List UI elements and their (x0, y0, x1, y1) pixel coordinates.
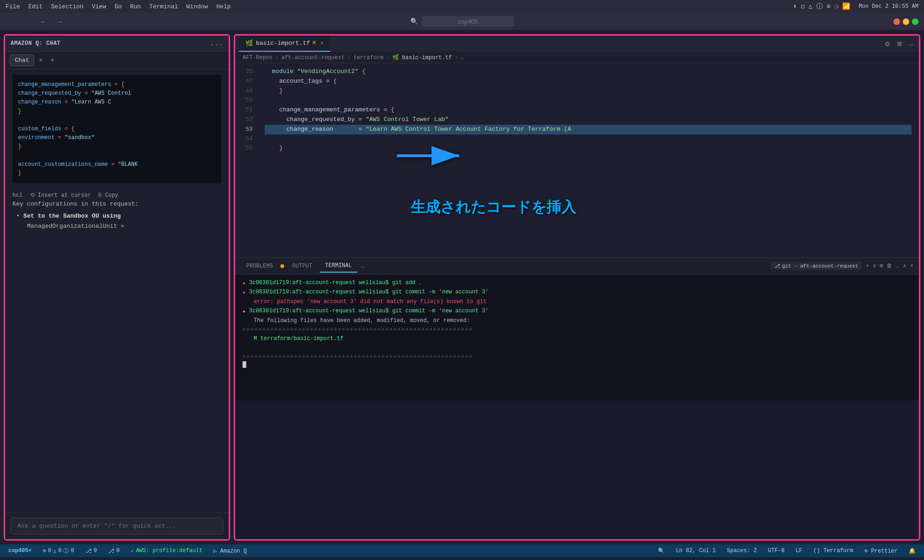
editor-tab-filename: basic-import.tf (256, 40, 310, 47)
close-terminal-icon[interactable]: × (910, 263, 913, 269)
chat-panel-header: AMAZON Q: CHAT ... (5, 36, 229, 52)
warning-count: 0 (58, 548, 61, 554)
menu-window[interactable]: Window (186, 3, 208, 10)
chat-tab[interactable]: Chat (10, 55, 34, 66)
chat-tabs-bar: Chat × + (5, 52, 229, 69)
editor-code-content[interactable]: module "VendingAccount2" { account_tags … (257, 63, 919, 257)
menu-go[interactable]: Go (115, 3, 122, 10)
terraform-icon: 🌿 (245, 39, 253, 47)
window-close-btn[interactable] (894, 18, 900, 25)
status-errors-warnings[interactable]: ⊙ 0 △ 0 ⓘ 0 (40, 546, 77, 556)
line-numbers: 35 47 49 50 51 52 53 54 55 (235, 63, 257, 257)
code-line-8: } (18, 142, 216, 151)
menu-view[interactable]: View (92, 3, 106, 10)
menu-terminal[interactable]: Terminal (149, 3, 178, 10)
chat-tab-close[interactable]: × (37, 56, 44, 65)
terminal-content[interactable]: ● 3c06301d1719:aft-account-request wells… (235, 274, 919, 401)
search-input[interactable] (422, 16, 514, 27)
split-editor-icon[interactable]: ⚙ (883, 37, 892, 50)
window-min-btn[interactable] (903, 18, 909, 25)
statusbar-left: cop405+ ⊙ 0 △ 0 ⓘ 0 ⎇ 9 ⎇ 0 ✓ AWS: profi… (6, 546, 249, 556)
warning-icon: △ (53, 548, 56, 554)
terminal-right-controls: ⎇ git - aft-account-request + ∨ ⊞ 🗑 … ∧ … (771, 262, 913, 270)
editor-tab-basic-import[interactable]: 🌿 basic-import.tf M × (239, 36, 330, 52)
status-port[interactable]: ⎇ 9 (83, 547, 100, 555)
copy-button[interactable]: ⎘ Copy (98, 192, 118, 199)
status-amazon-q[interactable]: ▷ Amazon Q (211, 547, 249, 555)
breadcrumb: AFT-Repos › aft-account-request › terraf… (235, 52, 919, 63)
breadcrumb-aft-repos[interactable]: AFT-Repos (243, 55, 273, 61)
git-icon: ⎇ (774, 263, 780, 269)
port-count: 9 (94, 548, 97, 554)
menu-selection[interactable]: Selection (51, 3, 83, 10)
status-prettier[interactable]: ⊙ Prettier (862, 547, 900, 555)
status-bell[interactable]: 🔔 (906, 547, 918, 555)
search-icon: 🔍 (410, 18, 418, 25)
main-container: AMAZON Q: CHAT ... Chat × + change_manag… (0, 30, 924, 544)
layout-icon[interactable]: ⊞ (895, 37, 904, 50)
terminal-more-icon[interactable]: … (896, 263, 899, 269)
chat-more-button[interactable]: ... (210, 39, 223, 48)
status-spaces[interactable]: Spaces: 2 (724, 547, 760, 555)
delete-terminal-icon[interactable]: 🗑 (887, 262, 892, 269)
chat-title: AMAZON Q: CHAT (11, 40, 61, 47)
chat-tab-add[interactable]: + (48, 55, 58, 66)
status-encoding[interactable]: UTF-8 (765, 547, 787, 555)
menu-help[interactable]: Help (216, 3, 231, 10)
titlebar: ← → 🔍 (0, 13, 924, 30)
more-actions-icon[interactable]: … (907, 37, 915, 50)
chat-bullet-1: • Set to the Sandbox OU using ManagedOrg… (16, 211, 221, 231)
terminal-layout-icon[interactable]: ⊞ (880, 262, 883, 269)
back-button[interactable]: ← (37, 17, 50, 27)
status-branch-count[interactable]: ⎇ 0 (105, 547, 122, 555)
circle-icon: ⊙ (43, 548, 46, 554)
breadcrumb-filename[interactable]: basic-import.tf (402, 55, 452, 61)
info-count: 0 (71, 548, 74, 554)
code-line-11: } (18, 169, 216, 178)
code-editor: 35 47 49 50 51 52 53 54 55 module "Vendi… (235, 63, 919, 257)
chat-input[interactable] (11, 517, 223, 535)
tab-output[interactable]: OUTPUT (287, 260, 318, 272)
tab-more[interactable]: … (359, 260, 366, 272)
terminal-cmd-2: 3c06301d1719:aft-account-request wellsia… (249, 287, 488, 297)
menu-file[interactable]: File (6, 3, 20, 10)
terminal-line-3: error: pathspec 'new account 3' did not … (243, 297, 912, 306)
code-line-5 (18, 116, 216, 125)
chat-description: Key configurations in this request: (12, 201, 221, 207)
line-49: 49 (235, 86, 253, 96)
editor-tab-modified: M (313, 41, 316, 46)
menu-edit[interactable]: Edit (28, 3, 43, 10)
insert-at-cursor-button[interactable]: ⟲ Insert at cursor (30, 192, 91, 199)
terminal-separator-1: ########################################… (243, 325, 912, 334)
breadcrumb-more[interactable]: … (461, 55, 464, 61)
status-language[interactable]: () Terraform (811, 547, 856, 555)
system-icons: ⬆ ◻ △ ⓘ ⊙ ❍ 📶 (793, 2, 850, 11)
status-line-ending[interactable]: LF (793, 547, 805, 555)
breadcrumb-terraform[interactable]: terraform (353, 55, 383, 61)
window-max-btn[interactable] (912, 18, 918, 25)
editor-tab-close[interactable]: × (320, 40, 324, 47)
breadcrumb-aft-account-request[interactable]: aft-account-request (281, 55, 345, 61)
terminal-tabs-bar: PROBLEMS OUTPUT TERMINAL … ⎇ git - aft-a… (235, 258, 919, 274)
chat-panel: AMAZON Q: CHAT ... Chat × + change_manag… (4, 34, 230, 541)
forward-button[interactable]: → (54, 17, 67, 27)
status-ln-col[interactable]: Ln 82, Col 1 (673, 547, 718, 555)
add-terminal-icon[interactable]: + (866, 263, 869, 269)
line-55: 55 (235, 144, 253, 153)
system-time: Mon Dec 2 10:55 AM (858, 3, 918, 10)
tab-problems[interactable]: PROBLEMS (241, 260, 279, 272)
status-aws-profile[interactable]: ✓ AWS: profile:default (128, 547, 205, 555)
status-search-icon[interactable]: 🔍 (655, 547, 668, 555)
code-line-10: account_customizations_name = "BLANK (18, 160, 216, 169)
split-terminal-icon[interactable]: ∨ (873, 262, 876, 269)
line-35: 35 (235, 67, 253, 77)
menu-run[interactable]: Run (130, 3, 140, 10)
terminal-line-2: ● 3c06301d1719:aft-account-request wells… (243, 287, 912, 297)
code-line-9 (18, 152, 216, 160)
status-git-branch[interactable]: cop405+ (6, 547, 34, 555)
editor-tabs-bar: 🌿 basic-import.tf M × ⚙ ⊞ … (235, 36, 919, 52)
nav-buttons: ← → (37, 17, 67, 27)
tab-terminal[interactable]: TERMINAL (320, 260, 358, 273)
maximize-terminal-icon[interactable]: ∧ (903, 262, 906, 269)
chat-content: change_management_parameters = { change_… (5, 69, 229, 512)
